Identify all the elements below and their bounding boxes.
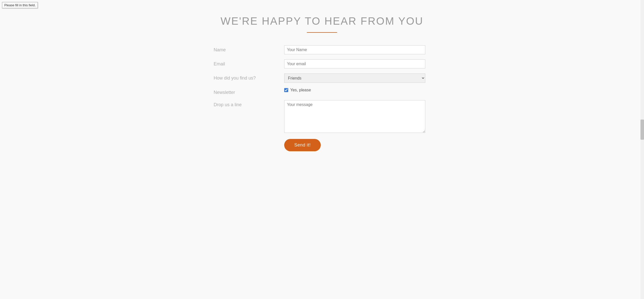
- newsletter-checkbox[interactable]: [284, 88, 288, 92]
- form-container: WE'RE HAPPY TO HEAR FROM YOU Name Email: [214, 15, 430, 151]
- newsletter-checkbox-row: Yes, please: [284, 88, 430, 92]
- page-title: WE'RE HAPPY TO HEAR FROM YOU: [214, 15, 430, 27]
- message-label: Drop us a line: [214, 100, 284, 107]
- title-divider: [307, 32, 337, 33]
- name-input[interactable]: [284, 45, 425, 54]
- name-row: Name: [214, 45, 430, 54]
- newsletter-field-container: Yes, please: [284, 88, 430, 92]
- newsletter-checkbox-label: Yes, please: [290, 88, 311, 92]
- contact-form: Name Email How did you find us? Friends: [214, 45, 430, 151]
- scrollbar-track[interactable]: [640, 0, 644, 299]
- email-input[interactable]: [284, 59, 425, 68]
- page-wrapper: WE'RE HAPPY TO HEAR FROM YOU Name Email: [0, 0, 644, 171]
- newsletter-label: Newsletter: [214, 88, 284, 95]
- name-label: Name: [214, 45, 284, 53]
- send-button[interactable]: Send it!: [284, 139, 321, 151]
- email-label: Email: [214, 59, 284, 67]
- find-us-field-container: Friends Search Engine Social Media Adver…: [284, 73, 430, 83]
- message-row: Drop us a line: [214, 100, 430, 134]
- validation-tooltip: Please fill in this field.: [2, 2, 38, 8]
- name-field-container: [284, 45, 430, 54]
- message-field-container: [284, 100, 430, 134]
- scrollbar-thumb[interactable]: [640, 120, 644, 140]
- find-us-row: How did you find us? Friends Search Engi…: [214, 73, 430, 83]
- find-us-select[interactable]: Friends Search Engine Social Media Adver…: [284, 73, 425, 83]
- message-textarea[interactable]: [284, 100, 425, 133]
- button-row: Send it!: [214, 139, 430, 151]
- find-us-label: How did you find us?: [214, 73, 284, 81]
- email-field-container: [284, 59, 430, 68]
- newsletter-row: Newsletter Yes, please: [214, 88, 430, 95]
- email-row: Email: [214, 59, 430, 68]
